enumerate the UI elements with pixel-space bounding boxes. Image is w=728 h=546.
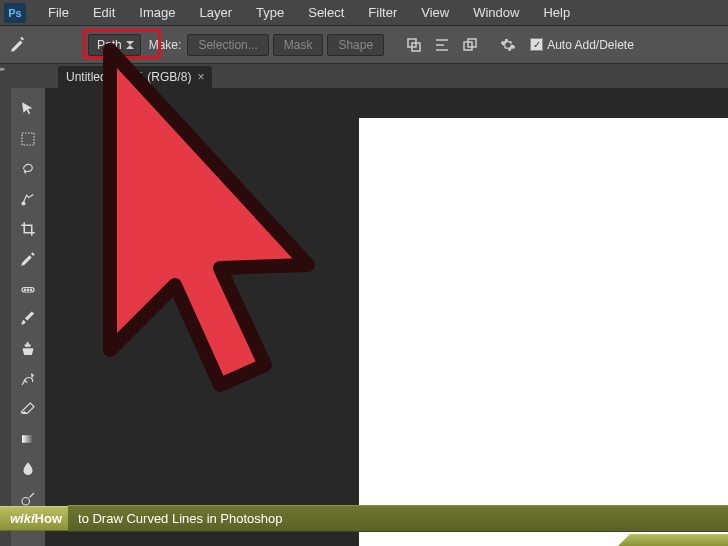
move-tool[interactable] — [13, 94, 43, 124]
pen-tool-icon — [4, 31, 32, 59]
svg-point-11 — [27, 289, 29, 291]
gradient-tool[interactable] — [13, 424, 43, 454]
panel-collapse-gutter[interactable] — [0, 88, 11, 546]
caption-brand-suffix: How — [35, 511, 62, 526]
options-bar: Path Make: Selection... Mask Shape ✓ Aut… — [0, 26, 728, 64]
lasso-tool[interactable] — [13, 154, 43, 184]
close-tab-icon[interactable]: × — [197, 70, 204, 84]
clone-stamp-tool[interactable] — [13, 334, 43, 364]
svg-rect-13 — [22, 435, 34, 443]
auto-add-delete-label: Auto Add/Delete — [547, 38, 634, 52]
marquee-tool[interactable] — [13, 124, 43, 154]
menu-select[interactable]: Select — [296, 5, 356, 20]
caption-bar: wikiHow to Draw Curved Lines in Photosho… — [0, 504, 728, 532]
pen-mode-dropdown[interactable]: Path — [88, 34, 141, 56]
menu-image[interactable]: Image — [127, 5, 187, 20]
svg-rect-7 — [22, 133, 34, 145]
svg-point-12 — [30, 289, 32, 291]
svg-point-8 — [22, 202, 25, 205]
menu-help[interactable]: Help — [531, 5, 582, 20]
pen-mode-value: Path — [97, 38, 122, 52]
caption-brand-prefix: wiki — [10, 511, 35, 526]
menu-layer[interactable]: Layer — [188, 5, 245, 20]
menu-view[interactable]: View — [409, 5, 461, 20]
document-canvas[interactable] — [359, 118, 728, 546]
healing-brush-tool[interactable] — [13, 274, 43, 304]
crop-tool[interactable] — [13, 214, 43, 244]
path-operations-icon[interactable] — [402, 34, 426, 56]
caption-tail-decoration — [618, 534, 728, 546]
selection-button[interactable]: Selection... — [187, 34, 268, 56]
path-arrangement-icon[interactable] — [458, 34, 482, 56]
workspace — [0, 88, 728, 546]
make-label: Make: — [149, 38, 182, 52]
document-tab-strip: Untitled-1 .7% (RGB/8) × — [0, 64, 728, 88]
checkbox-icon: ✓ — [530, 38, 543, 51]
eraser-tool[interactable] — [13, 394, 43, 424]
canvas-area[interactable] — [45, 88, 728, 546]
shape-button[interactable]: Shape — [327, 34, 384, 56]
document-title: Untitled-1 — [66, 70, 117, 84]
quick-select-tool[interactable] — [13, 184, 43, 214]
caption-brand: wikiHow — [0, 506, 68, 531]
eyedropper-tool[interactable] — [13, 244, 43, 274]
auto-add-delete-checkbox[interactable]: ✓ Auto Add/Delete — [530, 38, 634, 52]
svg-point-10 — [24, 289, 26, 291]
gear-icon[interactable] — [496, 34, 520, 56]
menu-type[interactable]: Type — [244, 5, 296, 20]
tools-panel — [11, 88, 45, 546]
document-zoom-mode: .7% (RGB/8) — [123, 70, 191, 84]
menu-bar: Ps File Edit Image Layer Type Select Fil… — [0, 0, 728, 26]
caption-title: to Draw Curved Lines in Photoshop — [68, 505, 728, 532]
menu-window[interactable]: Window — [461, 5, 531, 20]
blur-tool[interactable] — [13, 454, 43, 484]
mask-button[interactable]: Mask — [273, 34, 324, 56]
menu-edit[interactable]: Edit — [81, 5, 127, 20]
menu-file[interactable]: File — [36, 5, 81, 20]
menu-filter[interactable]: Filter — [356, 5, 409, 20]
photoshop-logo-icon: Ps — [4, 3, 26, 23]
path-alignment-icon[interactable] — [430, 34, 454, 56]
document-tab[interactable]: Untitled-1 .7% (RGB/8) × — [58, 66, 212, 88]
history-brush-tool[interactable] — [13, 364, 43, 394]
brush-tool[interactable] — [13, 304, 43, 334]
